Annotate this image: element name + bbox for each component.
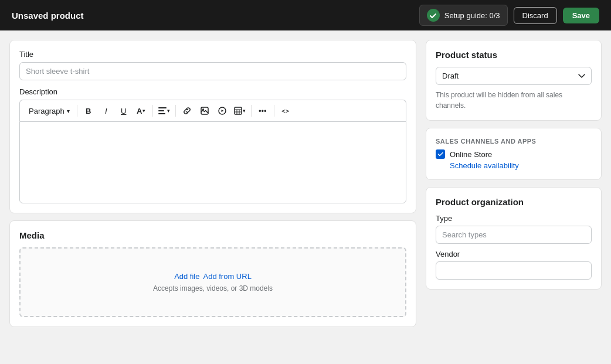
- topbar-actions: Setup guide: 0/3 Discard Save: [419, 5, 599, 26]
- more-options-button[interactable]: •••: [254, 103, 271, 119]
- right-column: Product status Draft Active This product…: [426, 40, 602, 355]
- status-select[interactable]: Draft Active: [436, 67, 592, 85]
- vendor-input[interactable]: [436, 261, 592, 280]
- online-store-label: Online Store: [450, 150, 492, 159]
- product-organization-card: Product organization Type Vendor: [426, 187, 602, 290]
- title-label: Title: [19, 50, 406, 59]
- paragraph-select[interactable]: Paragraph ▾: [25, 104, 74, 118]
- toolbar-divider-3: [175, 105, 176, 117]
- status-hint: This product will be hidden from all sal…: [436, 90, 592, 111]
- media-title: Media: [19, 230, 406, 240]
- discard-button[interactable]: Discard: [514, 7, 557, 24]
- sales-channels-card: SALES CHANNELS AND APPS Online Store Sch…: [426, 128, 602, 180]
- description-label: Description: [19, 87, 406, 96]
- product-org-title: Product organization: [436, 197, 592, 207]
- underline-button[interactable]: U: [116, 103, 132, 119]
- svg-rect-0: [158, 107, 167, 108]
- media-hint: Accepts images, videos, or 3D models: [32, 284, 393, 292]
- video-button[interactable]: [214, 103, 230, 119]
- save-button[interactable]: Save: [563, 8, 599, 23]
- add-file-link[interactable]: Add file: [174, 272, 199, 281]
- rte-toolbar: Paragraph ▾ B I U A ▾ ▾: [19, 100, 406, 121]
- italic-button[interactable]: I: [98, 103, 114, 119]
- bold-button[interactable]: B: [80, 103, 97, 119]
- table-chevron-icon: ▾: [243, 108, 246, 114]
- media-dropzone-links: Add file Add from URL: [32, 272, 393, 281]
- table-button[interactable]: ▾: [232, 103, 248, 119]
- toolbar-divider-5: [274, 105, 274, 117]
- title-input[interactable]: [19, 62, 406, 80]
- setup-guide-label: Setup guide: 0/3: [444, 11, 500, 20]
- align-button[interactable]: ▾: [156, 103, 172, 119]
- link-button[interactable]: [179, 103, 195, 119]
- toolbar-divider-2: [152, 105, 153, 117]
- add-from-url-link[interactable]: Add from URL: [203, 272, 252, 281]
- product-status-card: Product status Draft Active This product…: [426, 40, 602, 121]
- type-input[interactable]: [436, 226, 592, 244]
- online-store-channel-row: Online Store: [436, 149, 592, 159]
- image-button[interactable]: [196, 103, 213, 119]
- svg-rect-1: [158, 110, 164, 111]
- rte-editor-body[interactable]: [19, 121, 406, 203]
- online-store-checkbox[interactable]: [436, 149, 445, 159]
- svg-rect-2: [158, 113, 165, 114]
- chevron-down-icon: ▾: [67, 108, 70, 114]
- topbar: Unsaved product Setup guide: 0/3 Discard…: [0, 0, 611, 30]
- media-card: Media Add file Add from URL Accepts imag…: [9, 220, 416, 327]
- toolbar-divider-1: [77, 105, 77, 117]
- left-column: Title Description Paragraph ▾ B I U A ▾: [9, 40, 416, 355]
- product-status-title: Product status: [436, 50, 592, 60]
- sales-channels-section-label: SALES CHANNELS AND APPS: [436, 138, 592, 145]
- color-dropdown-icon: ▾: [142, 108, 145, 114]
- type-label: Type: [436, 214, 592, 223]
- vendor-label: Vendor: [436, 250, 592, 258]
- page-title: Unsaved product: [12, 11, 84, 21]
- title-description-card: Title Description Paragraph ▾ B I U A ▾: [9, 40, 416, 213]
- svg-rect-6: [235, 107, 242, 114]
- main-layout: Title Description Paragraph ▾ B I U A ▾: [0, 30, 611, 364]
- text-color-button[interactable]: A ▾: [133, 103, 150, 119]
- code-button[interactable]: <>: [277, 103, 294, 119]
- media-dropzone[interactable]: Add file Add from URL Accepts images, vi…: [19, 247, 406, 317]
- setup-icon: [427, 9, 440, 22]
- color-icon: A: [137, 107, 142, 115]
- toolbar-divider-4: [251, 105, 252, 117]
- schedule-availability-link[interactable]: Schedule availability: [450, 161, 592, 170]
- setup-guide-button[interactable]: Setup guide: 0/3: [419, 5, 508, 26]
- paragraph-label: Paragraph: [29, 107, 65, 115]
- align-chevron-icon: ▾: [167, 108, 170, 114]
